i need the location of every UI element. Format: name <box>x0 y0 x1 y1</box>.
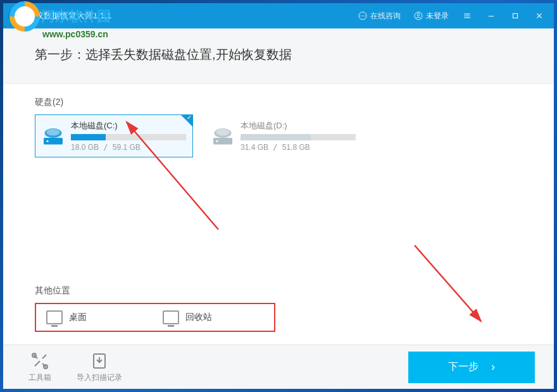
next-button[interactable]: 下一步 › <box>408 352 535 383</box>
footer: 工具箱 导入扫描记录 下一步 › <box>3 345 554 389</box>
svg-point-2 <box>362 15 363 16</box>
maximize-button[interactable] <box>506 6 525 25</box>
toolbox-button[interactable]: 工具箱 <box>28 351 51 383</box>
step-title: 第一步：选择丢失数据磁盘位置,开始恢复数据 <box>35 46 522 63</box>
svg-point-5 <box>417 13 420 16</box>
app-title: 蚂蚁数据恢复大师1.1.1 <box>27 10 354 21</box>
disk-list: 本地磁盘(C:) 18.0 GB / 59.1 GB 本地磁盘(D:) 31.4… <box>35 114 522 157</box>
disk-card-c[interactable]: 本地磁盘(C:) 18.0 GB / 59.1 GB <box>35 114 193 157</box>
disk-name: 本地磁盘(C:) <box>71 120 186 132</box>
disk-icon <box>42 125 65 147</box>
disk-icon <box>211 125 234 147</box>
other-locations-highlight: 桌面 回收站 <box>35 303 275 332</box>
maximize-icon <box>511 11 520 20</box>
monitor-icon <box>163 310 179 324</box>
disk-card-d[interactable]: 本地磁盘(D:) 31.4 GB / 51.8 GB <box>204 114 363 157</box>
import-scan-button[interactable]: 导入扫描记录 <box>77 351 122 383</box>
chevron-right-icon: › <box>491 360 495 374</box>
other-label: 其他位置 <box>35 285 522 297</box>
step-header: 第一步：选择丢失数据磁盘位置,开始恢复数据 <box>3 28 554 84</box>
titlebar: 蚂蚁数据恢复大师1.1.1 在线咨询 未登录 <box>3 3 554 28</box>
app-window: 蚂蚁数据恢复大师1.1.1 在线咨询 未登录 第一 <box>3 3 554 389</box>
svg-point-10 <box>47 140 49 142</box>
user-icon <box>413 11 423 21</box>
minimize-icon <box>487 11 496 20</box>
disk-size: 18.0 GB / 59.1 GB <box>71 143 186 152</box>
svg-point-13 <box>216 129 230 136</box>
svg-rect-6 <box>513 14 518 18</box>
monitor-icon <box>46 310 63 324</box>
desktop-location[interactable]: 桌面 <box>39 307 155 328</box>
minimize-button[interactable] <box>482 6 501 25</box>
recycle-location[interactable]: 回收站 <box>155 307 272 328</box>
menu-button[interactable] <box>458 6 477 25</box>
disk-size: 31.4 GB / 51.8 GB <box>241 143 356 152</box>
login-button[interactable]: 未登录 <box>410 8 453 24</box>
disks-label: 硬盘(2) <box>35 97 522 108</box>
tools-icon <box>30 351 50 371</box>
disk-usage-bar <box>71 134 186 140</box>
close-icon <box>535 11 544 20</box>
svg-point-1 <box>361 15 361 16</box>
disk-usage-bar <box>241 134 356 140</box>
disk-name: 本地磁盘(D:) <box>241 120 356 132</box>
content-area: 硬盘(2) 本地磁盘(C:) 18.0 GB / 59.1 GB <box>3 84 554 345</box>
chat-icon <box>358 11 368 21</box>
menu-icon <box>463 11 472 20</box>
svg-point-3 <box>364 15 365 16</box>
app-icon <box>8 9 22 23</box>
consult-button[interactable]: 在线咨询 <box>354 8 404 24</box>
import-icon <box>89 351 110 371</box>
svg-point-9 <box>47 129 60 136</box>
close-button[interactable] <box>530 6 549 25</box>
svg-point-14 <box>216 140 218 142</box>
